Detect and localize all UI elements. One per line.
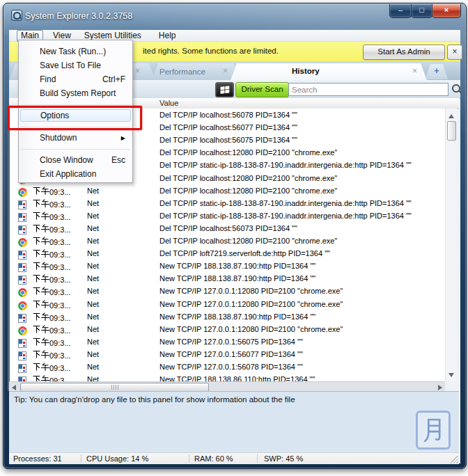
row-time: 09:3... [33,262,49,271]
table-row[interactable]: 09:3... Net New TCP/IP 188.138.87.190:ht… [10,273,445,285]
row-time: 09:3... [33,350,49,359]
tab-history-close-icon[interactable]: × [412,68,417,74]
row-time: 09:3... [33,338,49,347]
row-value: Del TCP/IP localhost:12080 PID=2100 "chr… [159,187,337,195]
table-row[interactable]: 09:3... Net Del TCP/IP localhost:12080 P… [10,235,445,248]
row-type: Net [87,363,99,371]
driver-scan-button[interactable]: Driver Scan [235,82,289,97]
row-time: 09:3... [33,237,49,246]
net-event-icon [18,376,26,381]
cjk-pm-glyphs [33,312,49,321]
chrome-icon [18,301,27,310]
menu-item-shutdown[interactable]: Shutdown ▶ [19,131,132,145]
table-row[interactable]: 09:3... Net Del TCP/IP static-ip-188-138… [10,198,445,210]
row-value: New TCP/IP 127.0.0.1:56078 PID=1364 "" [159,363,303,371]
net-event-icon [18,364,26,373]
status-swp: SWP: 45 % [264,454,303,463]
table-row[interactable]: 09:3... Net Del TCP/IP localhost:56073 P… [10,223,445,235]
close-button[interactable]: × [432,4,461,18]
vertical-scrollbar[interactable] [445,109,457,381]
row-value: Del TCP/IP localhost:56078 PID=1364 "" [159,111,297,119]
table-row[interactable]: 09:3... Net Del TCP/IP static-ip-188-138… [10,210,445,223]
row-value: New TCP/IP 127.0.0.1:12080 PID=2100 "chr… [159,300,343,308]
table-row[interactable]: 09:3... Net New TCP/IP 127.0.0.1:56075 P… [10,336,445,349]
maximize-button[interactable]: □ [411,4,432,18]
horizontal-scrollbar[interactable] [9,381,445,392]
resize-grip[interactable] [451,456,458,463]
row-time: 09:3... [33,300,49,309]
banner-close-button[interactable]: × [447,45,462,60]
cjk-pm-glyphs [33,375,49,381]
row-value: New TCP/IP 188.138.87.190:http PID=1364 … [159,274,315,283]
menu-item-save-list-to-file[interactable]: Save List To File [19,58,132,72]
status-cpu: CPU Usage: 14 % [86,454,148,463]
tab-hidden-close-icon[interactable]: × [135,68,140,74]
menu-item-label: Find [40,74,56,84]
menubar-item-help[interactable]: Help [155,31,180,41]
start-as-admin-button[interactable]: Start As Admin [363,45,445,60]
table-row[interactable]: 09:3... Net Del TCP/IP localhost:12080 P… [10,185,445,198]
moon-glyph-icon [423,416,444,444]
scroll-right-icon[interactable] [438,385,442,390]
column-header-value[interactable]: Value [159,99,178,107]
cjk-pm-glyphs [33,350,49,358]
scroll-up-icon[interactable] [448,114,454,118]
row-value: Del TCP/IP static-ip-188-138-87-190.inad… [159,199,412,207]
add-tab-button[interactable]: + [426,64,448,79]
tab-performance-close-icon[interactable]: × [223,68,228,74]
row-time: 09:3... [33,249,49,258]
window-title: System Explorer 3.0.2.3758 [25,11,132,21]
status-separator [189,454,189,463]
row-type: Net [87,212,99,220]
row-value: Del TCP/IP localhost:12080 PID=2100 "chr… [159,174,337,182]
search-input[interactable] [288,83,448,96]
menu-item-label: Save List To File [40,61,101,70]
row-time: 09:3... [33,274,49,283]
row-value: New TCP/IP 127.0.0.1:12080 PID=2100 "chr… [159,287,343,295]
table-row[interactable]: 09:3... Net New TCP/IP 188.138.87.190:ht… [10,260,445,273]
row-value: Del TCP/IP static-ip-188-138-87-190.inad… [159,161,412,169]
table-row[interactable]: 09:3... Net New TCP/IP 127.0.0.1:12080 P… [10,285,445,298]
table-row[interactable]: 09:3... Net Del TCP/IP loft7219.serverlo… [10,248,445,260]
row-value: Del TCP/IP localhost:56073 PID=1364 "" [159,224,297,232]
net-event-icon [18,251,26,260]
table-row[interactable]: 09:3... Net New TCP/IP 127.0.0.1:12080 P… [10,324,445,336]
row-type: Net [87,287,99,295]
chrome-icon [18,238,27,247]
vertical-scrollbar-thumb[interactable] [447,121,456,141]
menu-item-find[interactable]: Find Ctrl+F [19,72,132,86]
status-processes: Processes: 31 [13,454,62,463]
windows-flag-button[interactable] [215,82,234,97]
status-separator [257,454,258,463]
table-row[interactable]: 09:3... Net New TCP/IP 127.0.0.1:56078 P… [10,361,445,374]
table-row[interactable]: 09:3... Net New TCP/IP 188.138.87.190:ht… [10,311,445,324]
menu-item-new-task-run[interactable]: New Task (Run...) [19,45,132,58]
tab-history[interactable] [231,63,427,80]
menu-item-build-system-report[interactable]: Build System Report [19,86,132,100]
scroll-down-icon[interactable] [448,373,454,377]
net-event-icon [18,213,26,222]
minimize-button[interactable]: – [389,4,412,18]
cjk-pm-glyphs [33,224,49,232]
row-value: New TCP/IP 127.0.0.1:56077 PID=1364 "" [159,350,303,358]
status-bar: Processes: 31 CPU Usage: 14 % RAM: 60 % … [9,452,459,464]
row-time: 09:3... [33,224,49,233]
table-row[interactable]: 09:3... Net New TCP/IP 188.138.86.110:ht… [10,374,445,381]
row-time: 09:3... [33,287,49,296]
chrome-icon [18,326,27,335]
row-type: Net [87,350,99,358]
menu-item-shortcut: Esc [111,155,125,165]
windows-flag-icon [220,86,230,94]
app-icon [11,10,22,21]
scroll-left-icon[interactable] [12,385,16,390]
menu-item-exit-application[interactable]: Exit Application [19,167,132,181]
row-type: Net [87,199,99,207]
tip-panel[interactable]: Tip: You can drag'n'drop any file to thi… [9,391,459,453]
row-value: Del TCP/IP localhost:56075 PID=1364 "" [159,136,297,144]
search-icon[interactable] [452,84,460,93]
menu-separator [19,145,132,153]
limited-rights-text: ited rights. Some functions are limited. [143,47,279,55]
table-row[interactable]: 09:3... Net New TCP/IP 127.0.0.1:12080 P… [10,299,445,311]
table-row[interactable]: 09:3... Net New TCP/IP 127.0.0.1:56077 P… [10,349,445,361]
menu-item-close-window[interactable]: Close Window Esc [19,153,132,167]
